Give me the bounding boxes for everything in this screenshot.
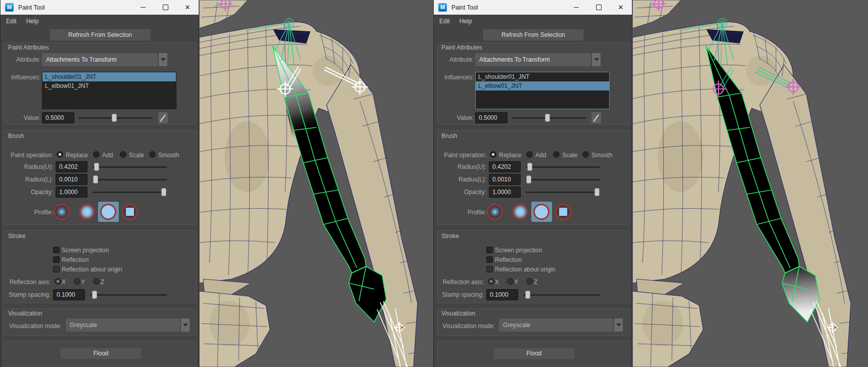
profile-square-icon[interactable] — [555, 204, 571, 220]
reflection-checkbox[interactable] — [486, 256, 493, 263]
radio-scale[interactable] — [120, 151, 126, 158]
maximize-button[interactable] — [587, 0, 610, 15]
visualization-mode-dropdown-button[interactable] — [614, 318, 623, 332]
radius-u-slider[interactable] — [93, 163, 167, 171]
radius-l-input[interactable] — [489, 174, 521, 185]
viewport-3d-right[interactable] — [632, 0, 868, 367]
value-slider[interactable] — [78, 114, 153, 122]
radio-replace[interactable] — [57, 151, 63, 158]
slider-handle[interactable] — [595, 188, 600, 196]
attribute-dropdown-button[interactable] — [159, 53, 167, 66]
refresh-from-selection-button[interactable]: Refresh From Selection — [483, 29, 584, 41]
radio-scale[interactable] — [553, 151, 560, 158]
visualization-mode-dropdown[interactable]: Greyscale — [499, 318, 613, 332]
slider-handle[interactable] — [112, 114, 117, 122]
slider-handle[interactable] — [93, 175, 98, 183]
close-button[interactable]: ✕ — [610, 0, 632, 15]
close-button[interactable]: ✕ — [176, 0, 199, 15]
opacity-slider[interactable] — [526, 188, 600, 196]
radio-smooth[interactable] — [149, 151, 156, 158]
reflection-about-origin-label: Reflection about origin — [62, 266, 122, 273]
radio-smooth[interactable] — [582, 151, 589, 158]
slider-handle[interactable] — [526, 175, 531, 183]
radius-u-input[interactable] — [56, 161, 87, 172]
reflection-checkbox[interactable] — [53, 256, 60, 263]
flood-button[interactable]: Flood — [60, 348, 142, 359]
slider-track[interactable] — [526, 192, 600, 193]
screen-projection-checkbox[interactable] — [53, 247, 60, 253]
radius-u-slider[interactable] — [526, 163, 600, 171]
slider-track[interactable] — [93, 192, 167, 193]
titlebar[interactable]: M Paint Tool ✕ — [434, 0, 632, 15]
axis-y-label: Y — [514, 279, 518, 286]
influence-item[interactable]: L_elbow01_JNT — [476, 81, 609, 90]
viewport-3d-left[interactable] — [199, 0, 433, 367]
radius-l-slider[interactable] — [93, 175, 167, 183]
slider-handle[interactable] — [527, 163, 532, 171]
screen-projection-checkbox[interactable] — [486, 247, 493, 253]
refresh-from-selection-button[interactable]: Refresh From Selection — [50, 29, 151, 41]
influence-item[interactable]: L_elbow01_JNT — [42, 81, 176, 90]
menubar: Edit Help — [434, 15, 632, 28]
axis-y-radio — [507, 278, 514, 285]
value-slider[interactable] — [512, 114, 586, 122]
opacity-input[interactable] — [56, 187, 87, 198]
radius-u-input[interactable] — [489, 161, 521, 172]
radius-l-slider[interactable] — [526, 175, 600, 183]
slider-track[interactable] — [90, 294, 167, 296]
visualization-mode-dropdown[interactable]: Greyscale — [66, 318, 180, 332]
menu-edit[interactable]: Edit — [6, 18, 17, 25]
stamp-spacing-input[interactable] — [486, 289, 518, 300]
radius-l-input[interactable] — [56, 174, 87, 185]
radio-replace[interactable] — [490, 151, 496, 158]
stamp-spacing-slider[interactable] — [523, 291, 600, 299]
opacity-slider[interactable] — [93, 188, 167, 196]
influence-item[interactable]: L_shoulder01_JNT — [42, 72, 176, 81]
stroke-group: Stroke Screen projection Reflection Refl… — [437, 230, 630, 303]
influence-item[interactable]: L_shoulder01_JNT — [476, 72, 609, 81]
slider-handle[interactable] — [94, 163, 99, 171]
slider-track[interactable] — [526, 179, 600, 180]
profile-soft-icon[interactable] — [79, 204, 95, 220]
value-pencil-button[interactable] — [591, 112, 601, 123]
paint-operation-label: Paint operation: — [437, 152, 486, 159]
menu-help[interactable]: Help — [26, 18, 39, 25]
maximize-button[interactable] — [154, 0, 176, 15]
visualization-mode-dropdown-button[interactable] — [181, 318, 190, 332]
profile-square-icon[interactable] — [122, 204, 138, 220]
pencil-icon — [158, 112, 168, 123]
minimize-icon — [141, 7, 146, 8]
attribute-dropdown[interactable]: Attachments To Transform — [42, 53, 158, 66]
slider-handle[interactable] — [92, 291, 97, 299]
slider-handle[interactable] — [545, 114, 550, 122]
attribute-dropdown[interactable]: Attachments To Transform — [475, 53, 591, 66]
slider-track[interactable] — [93, 179, 167, 180]
value-input[interactable] — [475, 112, 508, 123]
stamp-spacing-slider[interactable] — [90, 291, 167, 299]
radio-replace-label: Replace — [66, 152, 88, 159]
radio-add[interactable] — [93, 151, 100, 158]
menu-help[interactable]: Help — [460, 18, 472, 25]
value-input[interactable] — [42, 112, 74, 123]
slider-track[interactable] — [93, 166, 167, 168]
menu-edit[interactable]: Edit — [439, 18, 450, 25]
slider-handle[interactable] — [525, 291, 530, 299]
flood-button[interactable]: Flood — [493, 348, 575, 359]
radio-add[interactable] — [526, 151, 533, 158]
titlebar[interactable]: M Paint Tool ✕ — [1, 0, 199, 15]
attribute-dropdown-button[interactable] — [592, 53, 601, 66]
profile-solid-circle-icon[interactable] — [100, 204, 116, 220]
opacity-input[interactable] — [489, 187, 521, 198]
value-pencil-button[interactable] — [158, 112, 168, 123]
maya-paint-tool-screen: M Paint Tool ✕ Edit Help Refresh From Se… — [0, 0, 868, 367]
minimize-button[interactable] — [132, 0, 154, 15]
stamp-spacing-input[interactable] — [53, 289, 85, 300]
profile-gaussian-icon[interactable] — [54, 204, 70, 220]
profile-gaussian-icon[interactable] — [487, 204, 503, 220]
profile-solid-circle-icon[interactable] — [533, 204, 550, 220]
profile-soft-icon[interactable] — [512, 204, 528, 220]
slider-handle[interactable] — [161, 188, 166, 196]
slider-track[interactable] — [526, 166, 600, 168]
slider-track[interactable] — [523, 294, 600, 296]
minimize-button[interactable] — [565, 0, 587, 15]
